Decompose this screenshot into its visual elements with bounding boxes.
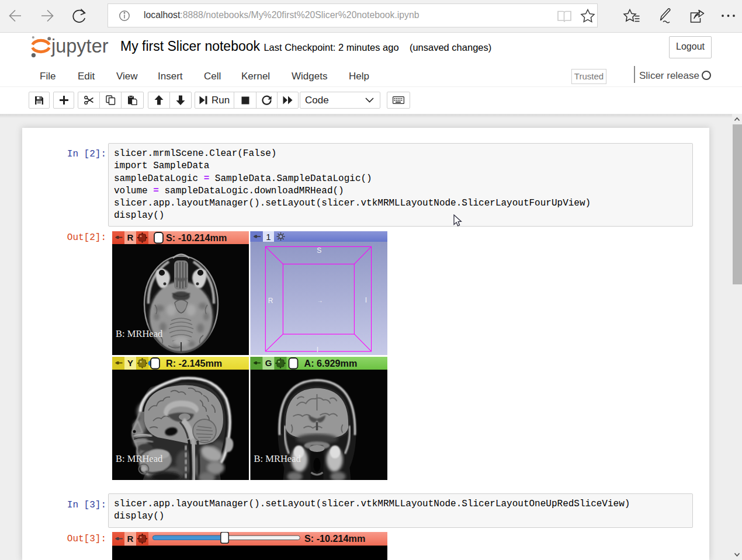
svg-text:A: 6.929mm: A: 6.929mm [304, 358, 358, 368]
svg-text:I: I [317, 346, 318, 354]
svg-text:B: MRHead: B: MRHead [254, 453, 301, 464]
svg-text:G: G [265, 358, 272, 368]
svg-text:1: 1 [266, 232, 271, 242]
svg-text:R: R [127, 534, 134, 544]
svg-text:B: MRHead: B: MRHead [116, 328, 163, 339]
svg-text:R: R [268, 297, 273, 305]
svg-text:R: R [127, 232, 134, 242]
svg-text:S: -10.214mm: S: -10.214mm [166, 232, 227, 243]
svg-text:→: → [317, 297, 323, 304]
svg-text:jupyter: jupyter [51, 36, 109, 57]
svg-text:S: S [317, 246, 321, 255]
svg-text:S: -10.214mm: S: -10.214mm [304, 533, 365, 544]
svg-text:Y: Y [127, 358, 133, 368]
svg-text:B: MRHead: B: MRHead [116, 453, 163, 464]
svg-text:R: -2.145mm: R: -2.145mm [166, 358, 222, 368]
svg-text:I: I [365, 296, 367, 304]
